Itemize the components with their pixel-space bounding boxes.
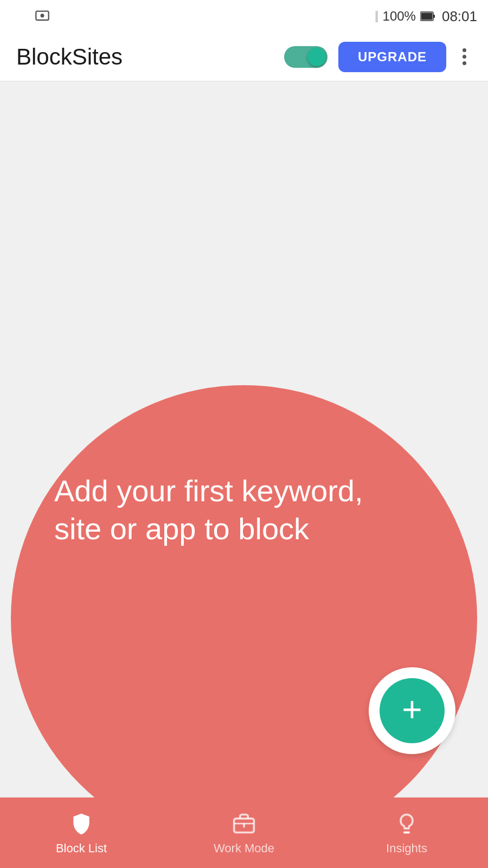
- svg-rect-9: [421, 13, 432, 20]
- nav-item-work-mode[interactable]: Work Mode: [163, 810, 325, 856]
- status-right-icons: 100% 08:01: [346, 8, 477, 25]
- empty-state-text: Add your first keyword, site or app to b…: [54, 472, 369, 548]
- main-content: Add your first keyword, site or app to b…: [0, 81, 488, 797]
- screen-record-icon: [34, 8, 51, 25]
- svg-point-0: [18, 10, 21, 12]
- status-time: 08:01: [442, 8, 477, 25]
- shield-icon: [68, 810, 95, 837]
- add-fab-icon: +: [402, 692, 422, 727]
- notification-icon: [11, 8, 28, 25]
- bottom-nav: Block List Work Mode Insights: [0, 797, 488, 868]
- add-fab-wrapper[interactable]: +: [369, 667, 455, 754]
- toggle-container[interactable]: [284, 46, 328, 68]
- battery-percentage: 100%: [383, 9, 416, 24]
- nav-item-block-list[interactable]: Block List: [0, 810, 163, 856]
- svg-rect-6: [373, 12, 375, 22]
- more-options-button[interactable]: [457, 43, 472, 71]
- app-bar: BlockSites UPGRADE: [0, 33, 488, 81]
- status-left-icons: [11, 8, 51, 25]
- dot-3: [463, 61, 466, 65]
- svg-rect-5: [369, 15, 371, 22]
- svg-rect-7: [375, 11, 377, 22]
- toggle-thumb: [307, 48, 326, 66]
- svg-rect-10: [433, 15, 435, 18]
- upgrade-button[interactable]: UPGRADE: [338, 42, 446, 72]
- svg-rect-4: [367, 16, 369, 22]
- enable-toggle[interactable]: [284, 46, 328, 68]
- briefcase-icon: [230, 810, 258, 837]
- nav-label-block-list: Block List: [56, 841, 107, 856]
- nav-item-insights[interactable]: Insights: [325, 810, 488, 856]
- dot-2: [463, 55, 466, 59]
- nav-label-work-mode: Work Mode: [214, 841, 274, 856]
- nav-label-insights: Insights: [386, 841, 427, 856]
- status-bar: 100% 08:01: [0, 0, 488, 33]
- svg-point-3: [352, 20, 355, 23]
- app-title: BlockSites: [16, 44, 273, 70]
- lightbulb-icon: [393, 810, 420, 837]
- dot-1: [463, 48, 466, 52]
- svg-point-2: [41, 14, 44, 17]
- add-fab[interactable]: +: [380, 678, 445, 743]
